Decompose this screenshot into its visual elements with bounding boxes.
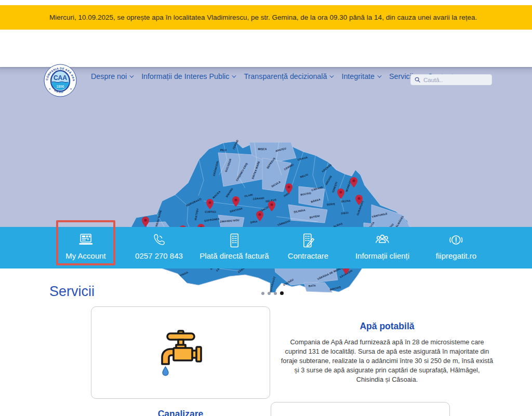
quicklink-contractare[interactable]: Contractare: [288, 232, 328, 260]
invoice-icon: [227, 232, 242, 249]
map-label-misca: MIȘCA: [258, 147, 267, 151]
faucet-icon: [155, 327, 207, 379]
svg-text:✦: ✦: [49, 88, 51, 90]
alert-banner-text: Miercuri, 10.09.2025, se oprește apa în …: [49, 14, 477, 21]
svg-text:✦: ✦: [70, 88, 72, 90]
logo-year: 1896: [56, 85, 64, 88]
map-label-pilu: PILU: [220, 149, 227, 152]
quicklink-label: Informații clienți: [355, 251, 409, 260]
nav-item-label: Informații de Interes Public: [141, 72, 229, 80]
nav-item-label: Servicii: [389, 72, 413, 80]
quicklink-informatii-clienti[interactable]: Informații clienți: [355, 232, 409, 260]
service-card-canalizare[interactable]: [271, 402, 450, 416]
map-label-dieci: DIECI: [341, 211, 349, 214]
hero-carousel-slide: ZERINDPILUMIȘCAAPATEUȘEPREUȘCERMEICRAIVA…: [0, 67, 532, 227]
nav-item-label: Despre noi: [91, 72, 127, 80]
carousel-dot-3[interactable]: [274, 292, 277, 295]
chevron-down-icon: [129, 73, 134, 77]
chevron-down-icon: [330, 73, 334, 77]
phone-icon: [151, 232, 167, 249]
alert-banner: Miercuri, 10.09.2025, se oprește apa în …: [0, 5, 532, 30]
quicklinks-bar: My Account 0257 270 843 Plată directă fa…: [0, 227, 532, 269]
service-text-apa-potabila: Apă potabilă Compania de Apă Arad furniz…: [281, 321, 494, 384]
contract-icon: [300, 232, 316, 249]
quicklink-plata-directa-factura[interactable]: Plată directă factură: [200, 232, 269, 260]
quicklink-label: 0257 270 843: [135, 251, 183, 260]
search-icon: [415, 77, 420, 83]
alert-circle-icon: [448, 232, 464, 249]
nav-item-transparenta-decizionala[interactable]: Transparență decizională: [244, 72, 332, 80]
carousel-dot-2[interactable]: [268, 292, 271, 295]
service-card-apa-potabila[interactable]: [91, 306, 270, 399]
service-title: Apă potabilă: [281, 321, 494, 332]
quicklink-label: My Account: [65, 251, 106, 260]
carousel-dot-1[interactable]: [261, 292, 264, 295]
company-logo[interactable]: COMPANIA DE APĂ ARAD SA CAA 1896 ARAD ✦ …: [44, 64, 77, 97]
quicklink-label: Contractare: [288, 251, 328, 260]
search-box[interactable]: [410, 74, 492, 85]
map-label-curtici: CURTICI: [205, 210, 216, 213]
nav-item-label: Integritate: [341, 72, 375, 80]
carousel-dots: [261, 291, 284, 295]
logo-acronym: CAA: [54, 74, 67, 82]
page: Miercuri, 10.09.2025, se oprește apa în …: [0, 0, 532, 416]
people-icon: [374, 232, 391, 249]
nav-item-informatii-de-interes-public[interactable]: Informații de Interes Public: [141, 72, 235, 80]
arad-county-map: ZERINDPILUMIȘCAAPATEUȘEPREUȘCERMEICRAIVA…: [121, 139, 417, 292]
search-input[interactable]: [423, 77, 486, 83]
main-nav: Despre noiInformații de Interes PublicTr…: [91, 72, 453, 80]
carousel-dot-4[interactable]: [280, 291, 284, 295]
map-label-bata: BATA: [309, 284, 316, 287]
nav-item-label: Transparență decizională: [244, 72, 327, 80]
nav-item-despre-noi[interactable]: Despre noi: [91, 72, 132, 80]
service-title-canalizare: Canalizare: [91, 409, 270, 416]
quicklink-0257-270-843[interactable]: 0257 270 843: [135, 232, 183, 260]
nav-item-integritate[interactable]: Integritate: [341, 72, 380, 80]
quicklink-fiipregatit-ro[interactable]: fiipregatit.ro: [436, 232, 476, 260]
section-title: Servicii: [49, 284, 95, 300]
laptop-icon: [77, 232, 94, 249]
quicklink-label: Plată directă factură: [200, 251, 269, 260]
chevron-down-icon: [232, 73, 236, 77]
quicklink-label: fiipregatit.ro: [436, 251, 476, 260]
service-description: Compania de Apă Arad furnizează apă în 2…: [281, 338, 494, 384]
header: COMPANIA DE APĂ ARAD SA CAA 1896 ARAD ✦ …: [0, 30, 532, 67]
quicklink-my-account[interactable]: My Account: [65, 232, 106, 260]
chevron-down-icon: [377, 73, 381, 77]
